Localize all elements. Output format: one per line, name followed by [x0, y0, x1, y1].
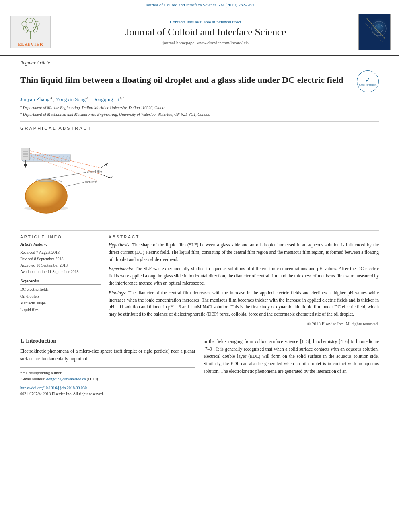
author-1-sup: a — [49, 96, 52, 100]
graphical-abstract-area: z x 2r₀ meniscus central film — [20, 134, 379, 226]
check-icon: ✓ — [365, 76, 370, 84]
article-type: Regular Article — [20, 60, 379, 68]
author-2-name: Yongxin Song — [56, 96, 86, 102]
journal-homepage: journal homepage: www.elsevier.com/locat… — [162, 40, 249, 45]
keyword-4: Liquid film — [20, 306, 101, 313]
svg-line-44 — [101, 174, 109, 177]
findings-label: Findings: — [109, 290, 127, 295]
abstract-hypothesis: Hypothesis: The shape of the liquid film… — [109, 242, 379, 263]
svg-text:x: x — [110, 175, 113, 179]
abstract-text: Hypothesis: The shape of the liquid film… — [109, 242, 379, 318]
check-updates-label: Check for updates — [359, 84, 377, 86]
svg-point-5 — [23, 25, 29, 33]
abstract-findings: Findings: The diameter of the central fi… — [109, 290, 379, 318]
article-history-label: Article history: — [20, 242, 101, 246]
affiliation-b: b Department of Mechanical and Mechatron… — [20, 111, 379, 117]
intro-right-text: in the fields ranging from colloid surfa… — [204, 338, 379, 375]
introduction-section: 1. Introduction Electrokinetic phenomena… — [20, 338, 379, 397]
divider-2 — [20, 230, 379, 231]
introduction-left: 1. Introduction Electrokinetic phenomena… — [20, 338, 195, 397]
intro-section-heading: Introduction — [26, 338, 56, 344]
cover-svg — [359, 14, 391, 50]
abstract-column: ABSTRACT Hypothesis: The shape of the li… — [109, 235, 379, 328]
homepage-label: journal homepage: www.elsevier.com/locat… — [162, 40, 249, 45]
history-item-3: Accepted 10 September 2018 — [20, 262, 101, 269]
graphical-abstract-image: z x 2r₀ meniscus central film — [20, 138, 133, 222]
corresponding-star: * — [20, 371, 23, 375]
doi-link[interactable]: https://doi.org/10.1016/j.jcis.2018.09.0… — [20, 386, 87, 390]
journal-cover-area — [356, 14, 393, 50]
email-link[interactable]: dongqing@uwaterloo.ca — [46, 377, 86, 381]
history-item-1: Received 7 August 2018 — [20, 249, 101, 256]
author-3-name: Dongqing Li — [92, 96, 119, 102]
intro-section-title: 1. Introduction — [20, 338, 195, 344]
svg-point-2 — [22, 21, 27, 26]
footnote-section: * * Corresponding author. E-mail address… — [20, 367, 195, 397]
corresponding-text: * Corresponding author. — [23, 371, 62, 375]
sciencedirect-label: Contents lists available at — [170, 19, 215, 24]
history-divider — [20, 248, 101, 248]
elsevier-tree-icon — [14, 18, 47, 40]
svg-point-4 — [29, 18, 32, 22]
graphical-abstract-header: GRAPHICAL ABSTRACT — [20, 126, 379, 131]
affiliation-a: a Department of Marine Engineering, Dali… — [20, 104, 379, 111]
svg-text:central film: central film — [87, 170, 103, 174]
svg-point-3 — [34, 21, 39, 26]
logo-image: ELSEVIER — [10, 16, 51, 48]
email-label-text: E-mail address: — [20, 377, 45, 381]
journal-cover-image — [358, 14, 391, 50]
author-2-sup: a — [86, 96, 88, 100]
article-title: Thin liquid film between a floating oil … — [20, 74, 353, 86]
experiments-label: Experiments: — [109, 266, 133, 271]
keywords-label: Keywords: — [20, 278, 101, 283]
journal-title: Journal of Colloid and Interface Science — [125, 26, 286, 38]
history-item-2: Revised 8 September 2018 — [20, 256, 101, 262]
affiliations: a Department of Marine Engineering, Dali… — [20, 104, 379, 117]
intro-left-content: Electrokinetic phenomena of a micro-size… — [20, 349, 195, 361]
svg-line-47 — [66, 182, 84, 186]
email-suffix: (D. Li). — [87, 377, 99, 381]
svg-text:2r₀: 2r₀ — [58, 179, 62, 183]
hypothesis-label: Hypothesis: — [109, 242, 131, 247]
email-line: E-mail address: dongqing@uwaterloo.ca (D… — [20, 376, 195, 382]
two-column-section: ARTICLE INFO Article history: Received 7… — [20, 235, 379, 328]
keyword-2: Oil droplets — [20, 293, 101, 300]
journal-cover-graphic — [359, 14, 390, 50]
svg-point-6 — [32, 25, 39, 33]
copyright-line: © 2018 Elsevier Inc. All rights reserved… — [109, 321, 379, 326]
intro-right-paragraph: in the fields ranging from colloid surfa… — [204, 338, 379, 375]
authors-line: Junyan Zhang a , Yongxin Song a , Dongqi… — [20, 96, 379, 103]
abstract-header: ABSTRACT — [109, 235, 379, 239]
svg-text:meniscus: meniscus — [85, 180, 97, 184]
svg-line-49 — [46, 172, 86, 179]
divider-1 — [20, 121, 379, 122]
elsevier-logo: ELSEVIER — [6, 14, 55, 50]
page-wrapper: Journal of Colloid and Interface Science… — [0, 0, 399, 401]
author-1-name: Junyan Zhang — [20, 96, 49, 102]
header-center: Contents lists available at ScienceDirec… — [60, 14, 352, 50]
keyword-1: DC electric fields — [20, 286, 101, 293]
article-info-column: ARTICLE INFO Article history: Received 7… — [20, 235, 101, 328]
author-3-sup: b,* — [119, 96, 125, 100]
svg-point-39 — [25, 179, 67, 213]
keyword-3: Meniscus shape — [20, 300, 101, 306]
issn-text: 0021-9797/© 2018 Elsevier Inc. All right… — [20, 391, 195, 397]
keywords-divider — [20, 284, 101, 285]
experiments-text: The SLF was experimentally studied in aq… — [109, 266, 379, 286]
introduction-right: in the fields ranging from colloid surfa… — [204, 338, 379, 397]
sciencedirect-link: Contents lists available at ScienceDirec… — [170, 19, 241, 24]
findings-text: The diameter of the central film decreas… — [109, 290, 379, 316]
corresponding-author-label: * * Corresponding author. — [20, 370, 195, 376]
intro-left-text: Electrokinetic phenomena of a micro-size… — [20, 347, 195, 362]
check-updates-badge: ✓ Check for updates — [357, 70, 379, 92]
abstract-experiments: Experiments: The SLF was experimentally … — [109, 265, 379, 287]
hypothesis-text: The shape of the liquid film (SLF) betwe… — [109, 242, 379, 262]
intro-section-number: 1. — [20, 338, 25, 344]
intro-left-paragraph: Electrokinetic phenomena of a micro-size… — [20, 347, 195, 362]
svg-point-40 — [36, 179, 56, 182]
divider-3 — [20, 333, 379, 333]
header-section: ELSEVIER Contents lists available at Sci… — [0, 9, 399, 56]
sciencedirect-anchor[interactable]: ScienceDirect — [216, 19, 241, 24]
elsevier-label: ELSEVIER — [18, 42, 43, 47]
article-info-header: ARTICLE INFO — [20, 235, 101, 239]
